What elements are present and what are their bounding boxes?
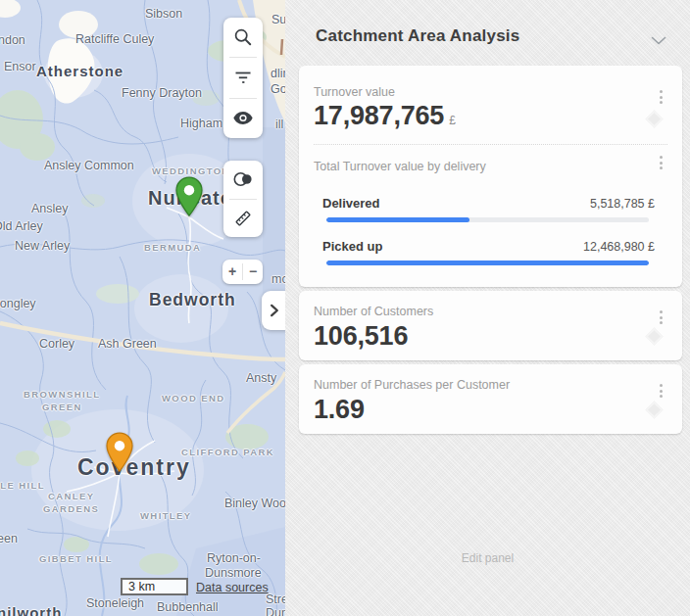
map-label-district: BROWNSHILL [24, 389, 100, 400]
collapse-panel-button[interactable] [651, 31, 666, 49]
metric-value: 106,516 [314, 321, 667, 351]
progress-track [326, 261, 649, 265]
map-label-district: CLIFFORD PARK [181, 447, 274, 457]
visibility-button[interactable] [223, 99, 263, 138]
map-scale-label: 3 km [128, 580, 155, 593]
map-label: Sibson [145, 7, 182, 21]
map-label: Higham [180, 117, 222, 130]
filter-icon [233, 68, 253, 87]
panel-header: Catchment Area Analysis [285, 0, 690, 66]
map-label: Ansley [31, 202, 69, 215]
map-pin-orange[interactable] [105, 432, 134, 473]
map-label: Stoneleigh [86, 596, 144, 610]
map-label-town: Atherstone [36, 63, 123, 79]
map-label-district: GIBBET HILL [39, 553, 113, 564]
map-label: Ash Green [98, 337, 157, 351]
map-label: Dunsmore [266, 606, 285, 616]
delivery-row: Picked up 12,468,980 £ [314, 239, 667, 265]
map-label-district: TILE HILL [0, 480, 45, 491]
map-label: Stretton [266, 592, 285, 606]
kebab-menu-button[interactable] [656, 86, 666, 108]
map-label: Old Arley [0, 219, 43, 233]
delivery-row: Delivered 5,518,785 £ [314, 196, 667, 222]
chevron-down-icon [651, 36, 666, 45]
map-label: Sutt [271, 13, 285, 26]
metric-cards: Turnover value 17,987,765£ Total Turnove… [299, 66, 682, 434]
map-label: ndon [0, 33, 25, 47]
app-window: Sibson ndon Ratcliffe Culey Sutt Ensor A… [0, 0, 690, 616]
map-label-district: WOOD END [162, 393, 225, 403]
search-button[interactable] [223, 18, 263, 57]
map-label-district: WHITLEY [140, 510, 192, 521]
map-label: Ratcliffe Culey [75, 32, 154, 46]
map-label-district: BERMUDA [144, 242, 201, 253]
eye-icon [233, 111, 253, 125]
kebab-menu-button[interactable] [656, 380, 666, 402]
zoom-out-button[interactable]: − [243, 260, 263, 284]
metric-label: Number of Purchases per Customer [314, 378, 667, 393]
progress-fill [326, 217, 469, 222]
metric-value: 1.69 [314, 395, 667, 424]
contrast-icon [232, 169, 254, 189]
map-label-district: WEDDINGTON [152, 166, 230, 176]
delivery-row-value: 12,468,980 £ [583, 240, 664, 254]
map-label: Ensor [4, 60, 36, 73]
turnover-card: Turnover value 17,987,765£ Total Turnove… [299, 66, 682, 287]
metric-label: Turnover value [314, 85, 667, 100]
map-label: Dunsmore [205, 566, 262, 580]
map-label: Goldi [271, 82, 285, 96]
map-label: Corley [39, 337, 74, 351]
map-pin-green[interactable] [174, 176, 204, 217]
map-label-district: GARDENS [43, 503, 99, 514]
filter-button[interactable] [223, 58, 263, 97]
page-title: Catchment Area Analysis [316, 26, 666, 46]
map-label: New Arley [15, 239, 70, 253]
map-label: Ryton-on- [207, 551, 261, 565]
zoom-control: + − [222, 260, 263, 284]
turnover-metric: Turnover value 17,987,765£ [299, 66, 682, 144]
kebab-menu-button[interactable] [656, 307, 666, 328]
data-sources-link[interactable]: Data sources [196, 581, 269, 594]
currency-symbol: £ [449, 114, 456, 127]
metric-label: Number of Customers [314, 305, 667, 319]
delivery-row-label: Picked up [322, 239, 382, 254]
delivery-breakdown: Total Turnover value by delivery Deliver… [299, 145, 682, 287]
delivery-row-value: 5,518,785 £ [590, 197, 664, 211]
map-label: ill [275, 118, 283, 131]
zoom-in-button[interactable]: + [222, 260, 242, 284]
map-label: Fenny Drayton [122, 86, 202, 100]
metric-label: Total Turnover value by delivery [314, 160, 667, 174]
metric-value: 17,987,765£ [314, 100, 667, 136]
map-label: een [0, 532, 18, 545]
progress-fill [326, 261, 649, 265]
kebab-menu-button[interactable] [656, 152, 666, 173]
contrast-button[interactable] [223, 161, 263, 199]
customers-card: Number of Customers 106,516 [299, 291, 682, 360]
panel-expand-button[interactable] [262, 291, 285, 330]
map-label: longley [0, 297, 36, 310]
ruler-icon [233, 209, 253, 228]
map-label: Ansley Common [44, 159, 134, 172]
map-label: mco [271, 272, 285, 286]
measure-button[interactable] [223, 200, 263, 238]
search-icon [233, 27, 253, 47]
map-canvas[interactable]: Sibson ndon Ratcliffe Culey Sutt Ensor A… [0, 0, 285, 616]
delivery-row-label: Delivered [322, 196, 380, 211]
purchases-card: Number of Purchases per Customer 1.69 [299, 364, 682, 434]
analysis-panel: Catchment Area Analysis Turnover value 1… [285, 0, 690, 616]
turnover-number: 17,987,765 [314, 101, 444, 130]
map-label: Bubbenhall [157, 600, 219, 614]
map-scale: 3 km [121, 578, 188, 595]
map-toolbar-secondary [223, 161, 263, 237]
map-label-town: Bedworth [149, 290, 236, 310]
edit-panel-button[interactable]: Edit panel [285, 551, 690, 565]
map-label-district: GREEN [42, 402, 82, 412]
map-label: Ansty [246, 371, 276, 385]
map-label: Binley Woods [224, 497, 285, 510]
map-toolbar-primary [223, 18, 263, 138]
chevron-right-icon [268, 303, 281, 318]
progress-track [326, 217, 649, 222]
map-label-district: CANLEY [48, 491, 94, 501]
map-label: dling [271, 67, 285, 80]
map-label-town: nilworth [0, 604, 62, 616]
